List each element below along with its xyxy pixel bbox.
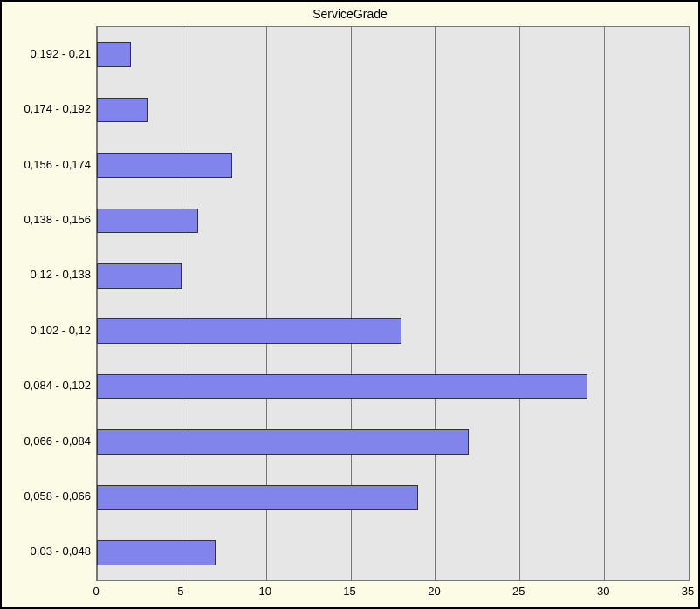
y-tick-label: 0,156 - 0,174 [24, 158, 91, 171]
gridline [689, 27, 690, 580]
y-tick-label: 0,102 - 0,12 [31, 324, 91, 337]
bar [97, 374, 587, 400]
bar [97, 42, 131, 67]
x-tick-label: 35 [675, 585, 700, 598]
plot-area [96, 26, 690, 581]
x-tick-label: 15 [337, 585, 363, 598]
gridline [519, 27, 520, 580]
x-tick-label: 5 [168, 585, 194, 598]
x-tick-label: 10 [252, 585, 278, 598]
x-tick-label: 25 [505, 585, 532, 598]
bar [97, 485, 418, 510]
gridline [435, 27, 436, 580]
bar [97, 540, 216, 565]
y-tick-label: 0,174 - 0,192 [24, 102, 91, 115]
y-tick-label: 0,12 - 0,138 [31, 268, 91, 281]
gridline [604, 27, 605, 580]
x-tick-label: 20 [421, 585, 447, 598]
bar [97, 263, 182, 289]
bar [97, 153, 232, 178]
y-tick-label: 0,138 - 0,156 [24, 213, 91, 226]
bar [97, 429, 469, 455]
bar [97, 209, 198, 234]
bar [97, 318, 401, 344]
y-tick-label: 0,066 - 0,084 [24, 435, 91, 448]
y-tick-label: 0,03 - 0,048 [31, 544, 91, 558]
chart-title: ServiceGrade [2, 7, 698, 21]
y-tick-label: 0,192 - 0,21 [31, 47, 91, 60]
chart-frame: ServiceGrade 051015202530350,192 - 0,210… [0, 0, 700, 609]
bar [97, 98, 148, 123]
x-tick-label: 0 [83, 585, 109, 598]
x-tick-label: 30 [590, 585, 616, 598]
y-tick-label: 0,084 - 0,102 [24, 379, 91, 392]
y-tick-label: 0,058 - 0,066 [24, 489, 91, 503]
